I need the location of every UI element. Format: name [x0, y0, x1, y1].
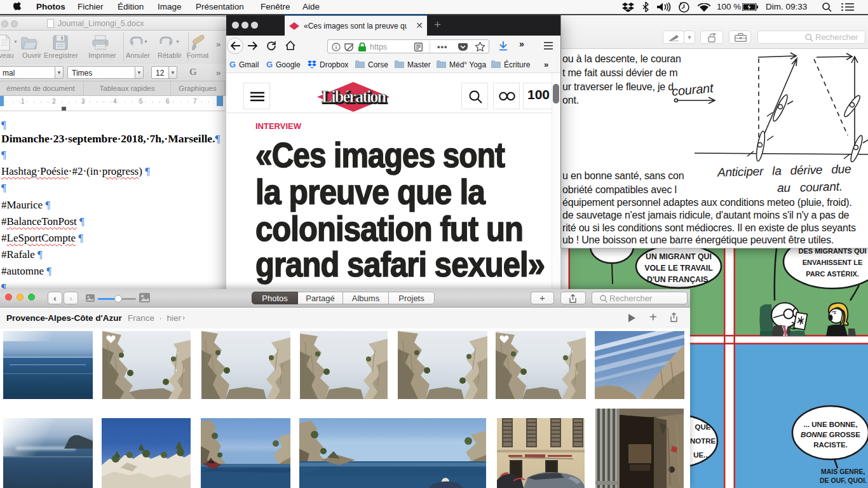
- svg-text:... UNE BONNE,: ... UNE BONNE,: [804, 421, 858, 428]
- svg-text:RACISTE.: RACISTE.: [813, 441, 848, 449]
- svg-text:MAIS GENRE,: MAIS GENRE,: [821, 468, 865, 475]
- svg-text:D'UN FRANÇAIS.: D'UN FRANÇAIS.: [647, 275, 710, 284]
- svg-text:UN MIGRANT QUI: UN MIGRANT QUI: [646, 252, 712, 261]
- svg-text:NOTRE: NOTRE: [690, 437, 716, 445]
- svg-text:QUE: QUE: [695, 423, 711, 431]
- svg-text:ENVAHISSENT LE: ENVAHISSENT LE: [803, 259, 863, 266]
- svg-text:Libération: Libération: [322, 87, 387, 106]
- svg-text:BONNE GROSSE: BONNE GROSSE: [801, 431, 860, 438]
- svg-text:DE OUF, QUOI.: DE OUF, QUOI.: [820, 477, 867, 484]
- svg-text:UE...: UE...: [693, 451, 710, 459]
- svg-text:VOLE LE TRAVAIL: VOLE LE TRAVAIL: [644, 264, 713, 273]
- svg-text:PARC ASTÉRIX.: PARC ASTÉRIX.: [806, 270, 859, 278]
